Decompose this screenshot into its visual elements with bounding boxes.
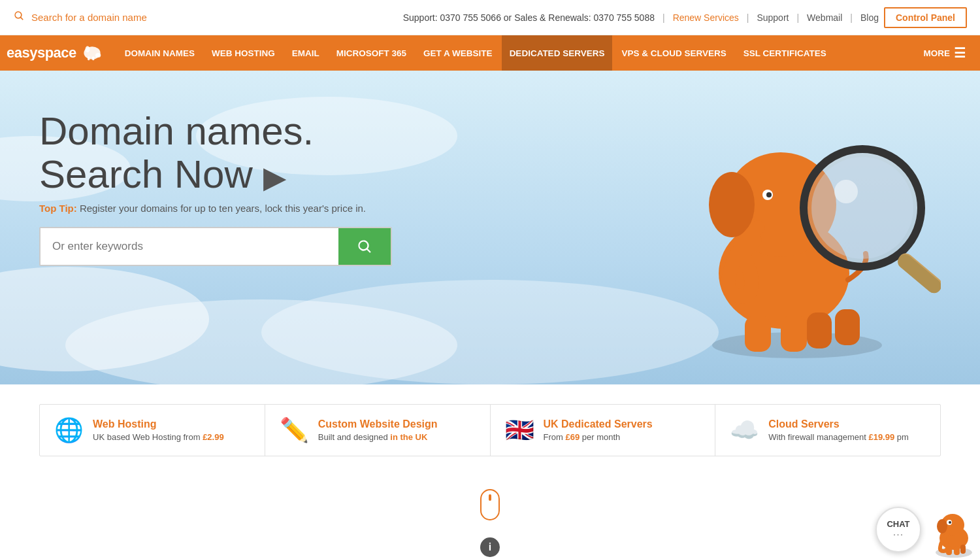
info-section bbox=[0, 476, 980, 537]
feature-dedicated[interactable]: 🇬🇧 UK Dedicated Servers From £69 per mon… bbox=[491, 405, 716, 456]
feature-hosting-title: Web Hosting bbox=[93, 418, 224, 430]
nav-link-microsoft[interactable]: MICROSOFT 365 bbox=[329, 35, 414, 71]
support-link[interactable]: Support bbox=[757, 12, 789, 23]
nav-link-dedicated[interactable]: DEDICATED SERVERS bbox=[502, 35, 613, 71]
features-bar: 🌐 Web Hosting UK based Web Hosting from … bbox=[39, 404, 941, 456]
nav-item-microsoft[interactable]: MICROSOFT 365 bbox=[329, 35, 414, 71]
hero-arrow-icon: ▶ bbox=[263, 160, 286, 194]
feature-dedicated-desc: From £69 per month bbox=[544, 432, 653, 442]
feature-custom-design[interactable]: ✏️ Custom Website Design Built and desig… bbox=[265, 405, 491, 456]
support-text: Support: 0370 755 5066 or Sales & Renewa… bbox=[403, 12, 655, 23]
svg-rect-33 bbox=[960, 545, 966, 554]
svg-rect-17 bbox=[781, 316, 807, 352]
control-panel-button[interactable]: Control Panel bbox=[884, 7, 967, 28]
svg-point-22 bbox=[834, 180, 858, 203]
chat-dots-icon: ··· bbox=[893, 529, 904, 541]
nav-item-vps[interactable]: VPS & CLOUD SERVERS bbox=[613, 35, 734, 71]
feature-hosting-text: Web Hosting UK based Web Hosting from £2… bbox=[93, 418, 224, 442]
search-label: Search for a domain name bbox=[31, 12, 147, 23]
search-input[interactable] bbox=[41, 228, 338, 265]
blog-link[interactable]: Blog bbox=[860, 12, 879, 23]
hero-title-line1: Domain names. bbox=[39, 109, 314, 153]
hero-tip-text: Register your domains for up to ten year… bbox=[80, 203, 366, 214]
nav-link-website[interactable]: GET A WEBSITE bbox=[416, 35, 500, 71]
svg-rect-16 bbox=[745, 316, 771, 352]
hosting-price: £2.99 bbox=[203, 432, 224, 442]
svg-point-21 bbox=[811, 157, 913, 259]
svg-point-7 bbox=[261, 280, 719, 384]
cloud-price: £19.99 bbox=[868, 432, 894, 442]
svg-point-4 bbox=[85, 46, 90, 53]
info-icon[interactable]: i bbox=[480, 537, 500, 557]
hero-tip: Top Tip: Register your domains for up to… bbox=[39, 203, 392, 214]
search-icon bbox=[13, 10, 25, 25]
nav-item-ssl[interactable]: SSL CERTIFICATES bbox=[736, 35, 834, 71]
elephant-logo-icon bbox=[80, 44, 104, 62]
hero-search-box bbox=[39, 227, 392, 266]
nav-item-hosting[interactable]: WEB HOSTING bbox=[204, 35, 283, 71]
scroll-mouse-icon bbox=[480, 489, 500, 520]
search-button-icon bbox=[356, 238, 373, 255]
feature-web-hosting[interactable]: 🌐 Web Hosting UK based Web Hosting from … bbox=[40, 405, 265, 456]
webmail-link[interactable]: Webmail bbox=[807, 12, 842, 23]
globe-icon: 🌐 bbox=[54, 416, 84, 444]
nav-link-ssl[interactable]: SSL CERTIFICATES bbox=[736, 35, 834, 71]
design-icon: ✏️ bbox=[280, 416, 309, 444]
chat-button[interactable]: CHAT ··· bbox=[875, 507, 921, 552]
more-label: MORE bbox=[924, 48, 951, 58]
hero-content: Domain names. Search Now ▶ Top Tip: Regi… bbox=[0, 71, 431, 292]
svg-point-28 bbox=[937, 519, 947, 534]
nav-link-domains[interactable]: DOMAIN NAMES bbox=[117, 35, 203, 71]
svg-rect-19 bbox=[835, 309, 860, 345]
nav-more-button[interactable]: MORE ☰ bbox=[916, 35, 974, 71]
renew-services-link[interactable]: Renew Services bbox=[673, 12, 739, 23]
feature-hosting-desc: UK based Web Hosting from £2.99 bbox=[93, 432, 224, 442]
svg-rect-18 bbox=[807, 313, 832, 348]
feature-dedicated-title: UK Dedicated Servers bbox=[544, 418, 653, 430]
feature-cloud-text: Cloud Servers With firewall management £… bbox=[768, 418, 909, 442]
design-uk-text: in the UK bbox=[390, 432, 427, 442]
nav-link-email[interactable]: EMAIL bbox=[284, 35, 327, 71]
nav-bar: easyspace DOMAIN NAMES WEB HOSTING EMAIL… bbox=[0, 35, 980, 71]
svg-rect-32 bbox=[954, 546, 960, 555]
nav-item-dedicated[interactable]: DEDICATED SERVERS bbox=[502, 35, 613, 71]
logo-text: easyspace bbox=[7, 44, 76, 61]
nav-link-hosting[interactable]: WEB HOSTING bbox=[204, 35, 283, 71]
logo[interactable]: easyspace bbox=[7, 44, 104, 62]
nav-link-vps[interactable]: VPS & CLOUD SERVERS bbox=[613, 35, 734, 71]
hero-title: Domain names. Search Now ▶ bbox=[39, 110, 392, 196]
feature-cloud-desc: With firewall management £19.99 pm bbox=[768, 432, 909, 442]
search-button[interactable] bbox=[338, 228, 391, 265]
svg-rect-24 bbox=[895, 252, 941, 296]
svg-point-13 bbox=[709, 172, 755, 237]
dedicated-price: £69 bbox=[565, 432, 580, 442]
chat-widget: CHAT ··· bbox=[875, 507, 980, 559]
search-bar[interactable]: Search for a domain name bbox=[13, 10, 147, 25]
hamburger-icon: ☰ bbox=[954, 45, 966, 61]
feature-design-title: Custom Website Design bbox=[318, 418, 438, 430]
svg-rect-2 bbox=[88, 57, 90, 61]
feature-design-desc: Built and designed in the UK bbox=[318, 432, 438, 442]
svg-rect-3 bbox=[92, 57, 95, 61]
hero-tip-label: Top Tip: bbox=[39, 203, 77, 214]
feature-design-text: Custom Website Design Built and designed… bbox=[318, 418, 438, 442]
feature-dedicated-text: UK Dedicated Servers From £69 per month bbox=[544, 418, 653, 442]
top-bar-right: Support: 0370 755 5066 or Sales & Renewa… bbox=[403, 7, 967, 28]
hero-illustration bbox=[666, 84, 941, 358]
cloud-icon: ☁️ bbox=[730, 416, 759, 444]
top-bar: Search for a domain name Support: 0370 7… bbox=[0, 0, 980, 35]
nav-items: DOMAIN NAMES WEB HOSTING EMAIL MICROSOFT… bbox=[117, 35, 916, 71]
svg-point-15 bbox=[766, 192, 772, 197]
uk-flag-icon: 🇬🇧 bbox=[505, 416, 534, 444]
hero-section: Domain names. Search Now ▶ Top Tip: Regi… bbox=[0, 71, 980, 384]
svg-rect-31 bbox=[946, 546, 952, 555]
feature-cloud[interactable]: ☁️ Cloud Servers With firewall managemen… bbox=[715, 405, 940, 456]
svg-point-6 bbox=[65, 299, 457, 384]
nav-item-website[interactable]: GET A WEBSITE bbox=[416, 35, 500, 71]
svg-point-1 bbox=[95, 53, 101, 58]
chat-elephant-icon bbox=[928, 507, 980, 559]
elephant-illustration bbox=[666, 84, 941, 358]
chat-label: CHAT bbox=[887, 519, 909, 529]
nav-item-domains[interactable]: DOMAIN NAMES bbox=[117, 35, 203, 71]
nav-item-email[interactable]: EMAIL bbox=[284, 35, 327, 71]
